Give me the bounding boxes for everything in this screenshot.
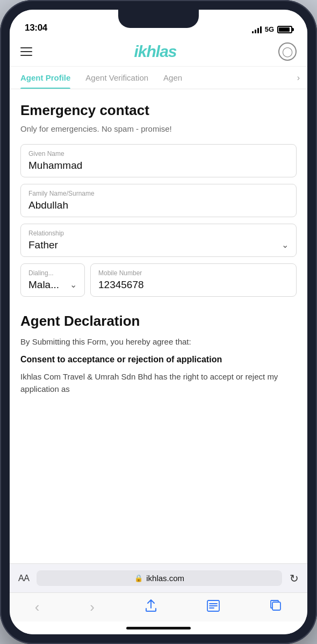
mobile-number-field[interactable]: Mobile Number 12345678 xyxy=(90,263,297,297)
lock-icon: 🔒 xyxy=(134,574,143,582)
url-text: ikhlas.com xyxy=(146,574,184,583)
given-name-field[interactable]: Given Name Muhammad xyxy=(20,144,297,177)
phone-screen: 13:04 5G ikhlas ◯ xyxy=(10,10,307,634)
family-name-value: Abdullah xyxy=(28,199,68,211)
app-logo: ikhlas xyxy=(134,42,176,61)
share-button[interactable] xyxy=(145,599,157,616)
agent-declaration-title: Agent Declaration xyxy=(20,313,297,330)
relationship-value: Father xyxy=(28,239,58,251)
given-name-label: Given Name xyxy=(28,150,289,158)
relationship-label: Relationship xyxy=(28,230,64,237)
dialing-dropdown-arrow-icon: ⌄ xyxy=(70,280,77,290)
relationship-dropdown-arrow-icon: ⌄ xyxy=(282,240,289,250)
consent-heading: Consent to acceptance or rejection of ap… xyxy=(20,354,297,366)
signal-bars-icon xyxy=(252,26,262,33)
agent-declaration-section: Agent Declaration By Submitting this For… xyxy=(20,313,297,395)
family-name-field[interactable]: Family Name/Surname Abdullah xyxy=(20,184,297,217)
dialing-field[interactable]: Dialing... Mala... ⌄ xyxy=(20,263,85,297)
status-time: 13:04 xyxy=(25,23,47,33)
phone-frame: 13:04 5G ikhlas ◯ xyxy=(0,0,317,644)
phone-row: Dialing... Mala... ⌄ Mobile Number 12345… xyxy=(20,263,297,297)
relationship-field[interactable]: Relationship Father ⌄ xyxy=(20,224,297,257)
tab-agent-verification[interactable]: Agent Verification xyxy=(78,67,156,89)
home-indicator xyxy=(10,621,307,634)
app-header: ikhlas ◯ xyxy=(10,37,307,67)
status-icons: 5G xyxy=(252,25,292,33)
family-name-label: Family Name/Surname xyxy=(28,190,289,197)
forward-button[interactable]: › xyxy=(90,599,95,616)
hamburger-menu-button[interactable] xyxy=(20,47,32,56)
tabs-button[interactable] xyxy=(270,600,282,615)
content-area: Emergency contact Only for emergencies. … xyxy=(10,89,307,563)
mobile-number-label: Mobile Number xyxy=(98,269,289,277)
given-name-value: Muhammad xyxy=(28,160,82,171)
mobile-number-value: 12345678 xyxy=(98,279,144,290)
bookmarks-button[interactable] xyxy=(207,600,220,615)
dialing-label: Dialing... xyxy=(28,269,59,277)
url-bar[interactable]: 🔒 ikhlas.com xyxy=(37,570,282,586)
tabs-arrow-icon[interactable]: › xyxy=(293,73,304,83)
notch xyxy=(118,10,199,28)
svg-rect-4 xyxy=(272,602,280,610)
refresh-button[interactable]: ↻ xyxy=(290,572,299,585)
declaration-intro: By Submitting this Form, you hereby agre… xyxy=(20,337,297,346)
bottom-nav: ‹ › xyxy=(10,592,307,621)
back-button[interactable]: ‹ xyxy=(35,599,40,616)
tab-agen[interactable]: Agen xyxy=(156,67,190,89)
emergency-contact-subtitle: Only for emergencies. No spam - promise! xyxy=(20,124,297,133)
battery-icon xyxy=(277,26,292,33)
text-size-button[interactable]: AA xyxy=(18,574,29,583)
dialing-value: Mala... xyxy=(28,279,59,290)
tabs-bar: Agent Profile Agent Verification Agen › xyxy=(10,67,307,89)
consent-body: Ikhlas Com Travel & Umrah Sdn Bhd has th… xyxy=(20,371,297,395)
emergency-contact-title: Emergency contact xyxy=(20,102,297,119)
tab-agent-profile[interactable]: Agent Profile xyxy=(13,67,78,89)
network-type: 5G xyxy=(265,25,274,33)
home-bar xyxy=(126,627,191,629)
user-avatar-button[interactable]: ◯ xyxy=(278,42,297,61)
browser-bar: AA 🔒 ikhlas.com ↻ xyxy=(10,563,307,592)
